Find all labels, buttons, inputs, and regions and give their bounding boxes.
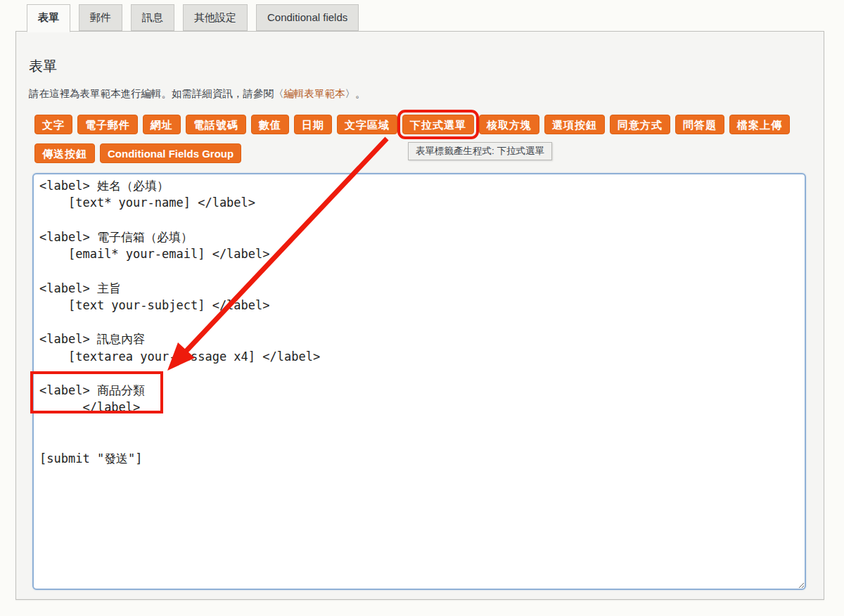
description-text-suffix: 〉。 (345, 88, 366, 99)
tag-generator-button[interactable]: 下拉式選單 (402, 115, 474, 134)
tab[interactable]: 表單 (27, 4, 70, 32)
tab[interactable]: 其他設定 (183, 4, 248, 31)
tag-generator-button[interactable]: 問答題 (675, 115, 724, 134)
tab-bar: 表單郵件訊息其他設定Conditional fields (27, 4, 359, 32)
tag-generator-button[interactable]: 核取方塊 (479, 115, 539, 134)
tag-generator-button[interactable]: Conditional Fields Group (100, 143, 241, 163)
tag-generator-button[interactable]: 日期 (294, 115, 332, 134)
description-text: 請在這裡為表單範本進行編輯。如需詳細資訊，請參閱〈 (29, 88, 284, 99)
edit-form-template-link[interactable]: 編輯表單範本 (284, 88, 345, 99)
tag-generator-tooltip: 表單標籤產生程式: 下拉式選單 (408, 142, 552, 160)
form-template-editor[interactable]: <label> 姓名（必填） [text* your-name] </label… (32, 173, 806, 590)
tag-generator-button[interactable]: 檔案上傳 (729, 115, 790, 134)
tag-generator-button[interactable]: 數值 (251, 115, 289, 134)
tag-generator-button[interactable]: 傳送按鈕 (34, 143, 95, 163)
tag-generator-button[interactable]: 選項按鈕 (544, 115, 605, 134)
tag-generator-row-1: 文字電子郵件網址電話號碼數值日期文字區域下拉式選單核取方塊選項按鈕同意方式問答題… (34, 115, 824, 134)
tag-generator-button[interactable]: 文字 (34, 115, 72, 134)
form-edit-panel: 表單 請在這裡為表單範本進行編輯。如需詳細資訊，請參閱〈編輯表單範本〉。 文字電… (15, 31, 824, 600)
tag-generator-button[interactable]: 同意方式 (610, 115, 670, 134)
panel-description: 請在這裡為表單範本進行編輯。如需詳細資訊，請參閱〈編輯表單範本〉。 (29, 87, 824, 101)
tag-generator-button[interactable]: 網址 (143, 115, 181, 134)
tag-generator-button[interactable]: 電子郵件 (77, 115, 138, 134)
tag-generator-button[interactable]: 電話號碼 (186, 115, 246, 134)
panel-title: 表單 (29, 57, 824, 76)
tab[interactable]: 郵件 (79, 4, 122, 31)
tab[interactable]: Conditional fields (256, 4, 359, 31)
tab[interactable]: 訊息 (131, 4, 174, 31)
tag-generator-button[interactable]: 文字區域 (337, 115, 397, 134)
